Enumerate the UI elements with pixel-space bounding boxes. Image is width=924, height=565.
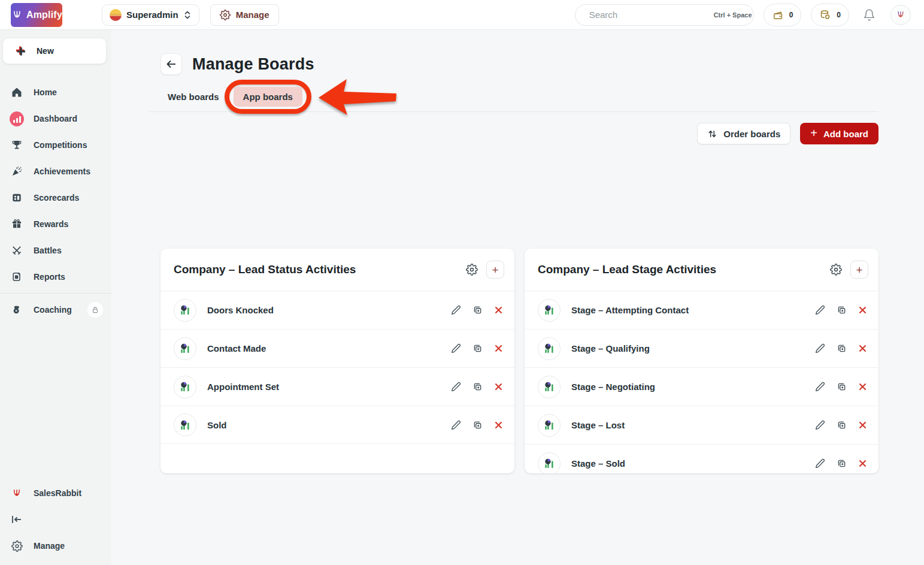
delete-x-icon [494, 344, 503, 353]
duplicate-icon [837, 420, 847, 430]
delete-button[interactable] [493, 381, 504, 392]
duplicate-icon [837, 458, 847, 469]
sidebar-item-battles[interactable]: Battles [0, 237, 111, 264]
dashboard-chart-icon [10, 111, 24, 126]
report-doc-icon [10, 271, 24, 283]
gift-icon [10, 218, 24, 230]
delete-button[interactable] [493, 343, 504, 354]
wallet-balance[interactable]: 0 [764, 4, 802, 26]
edit-button[interactable] [814, 342, 826, 355]
pencil-icon [815, 420, 825, 430]
edit-button[interactable] [814, 457, 826, 470]
edit-button[interactable] [814, 419, 826, 431]
tab-app-boards[interactable]: App boards [234, 87, 302, 107]
search-shortcut-hint: Ctrl + Space [714, 11, 752, 19]
leaderboard-chart-icon [538, 337, 561, 360]
add-board-button[interactable]: + Add board [800, 123, 878, 144]
delete-x-icon [858, 344, 867, 353]
new-button[interactable]: New [2, 38, 107, 64]
duplicate-button[interactable] [471, 419, 484, 431]
duplicate-button[interactable] [835, 304, 848, 316]
sidebar: New Home Dashboard Competiti [0, 30, 111, 565]
collapse-arrow-icon [10, 515, 24, 524]
gear-icon [220, 10, 231, 20]
boards-tabs: Web boards App boards [160, 86, 878, 107]
back-button[interactable] [160, 53, 182, 75]
duplicate-button[interactable] [835, 342, 848, 355]
delete-x-icon [494, 421, 503, 430]
edit-button[interactable] [450, 304, 462, 316]
manage-button[interactable]: Manage [210, 4, 279, 26]
leaderboard-chart-icon [174, 376, 196, 398]
search-input[interactable] [589, 10, 708, 20]
board-row: Sold [160, 406, 514, 444]
duplicate-button[interactable] [835, 457, 848, 470]
duplicate-button[interactable] [835, 419, 848, 431]
edit-button[interactable] [450, 342, 462, 355]
sidebar-item-coaching[interactable]: Coaching [0, 297, 111, 323]
delete-button[interactable] [493, 304, 504, 316]
order-boards-button[interactable]: Order boards [697, 123, 790, 144]
delete-button[interactable] [857, 343, 868, 354]
delete-x-icon [494, 382, 503, 391]
points-count: 0 [837, 11, 841, 19]
delete-button[interactable] [857, 381, 868, 392]
duplicate-button[interactable] [471, 304, 484, 316]
board-add-item-button[interactable]: + [850, 261, 868, 279]
duplicate-button[interactable] [471, 380, 484, 393]
home-icon [10, 86, 24, 98]
lock-icon [91, 306, 99, 314]
sidebar-footer: SalesRabbit Manage [0, 480, 111, 565]
sidebar-item-manage[interactable]: Manage [0, 533, 111, 559]
points-balance[interactable]: 0 [811, 4, 849, 26]
plus-icon: + [810, 127, 817, 139]
board-title: Company – Lead Stage Activities [538, 263, 826, 276]
delete-button[interactable] [857, 419, 868, 431]
delete-button[interactable] [857, 304, 868, 316]
notifications-button[interactable] [863, 8, 875, 22]
duplicate-button[interactable] [835, 380, 848, 393]
salesrabbit-brand[interactable]: SalesRabbit [0, 480, 111, 506]
pencil-icon [815, 343, 825, 353]
bell-icon [863, 8, 875, 22]
board-card-lead-stage: Company – Lead Stage Activities + Stage … [525, 249, 878, 473]
account-switcher[interactable]: Superadmin [102, 4, 199, 26]
board-add-item-button[interactable]: + [486, 261, 504, 279]
sidebar-item-scorecards[interactable]: Scorecards [0, 185, 111, 211]
sidebar-item-reports[interactable]: Reports [0, 264, 111, 290]
gear-icon [10, 540, 24, 552]
sidebar-item-competitions[interactable]: Competitions [0, 132, 111, 158]
edit-button[interactable] [814, 380, 826, 393]
sidebar-item-achievements[interactable]: Achievements [0, 158, 111, 185]
search-bar[interactable]: Ctrl + Space [575, 4, 754, 26]
board-row: Contact Made [160, 329, 514, 367]
pencil-icon [815, 305, 825, 315]
amplify-logo[interactable]: Amplify [11, 3, 62, 27]
board-settings-button[interactable] [826, 259, 846, 280]
sidebar-item-dashboard[interactable]: Dashboard [0, 105, 111, 132]
delete-button[interactable] [857, 458, 868, 469]
delete-x-icon [494, 306, 503, 315]
user-avatar[interactable] [890, 5, 911, 25]
collapse-sidebar-button[interactable] [0, 506, 111, 533]
tab-web-boards[interactable]: Web boards [168, 92, 219, 102]
duplicate-button[interactable] [471, 342, 484, 355]
chevron-up-down-icon [183, 10, 192, 20]
leaderboard-chart-icon [174, 299, 196, 322]
sidebar-item-home[interactable]: Home [0, 79, 111, 105]
pencil-icon [451, 382, 461, 392]
edit-button[interactable] [450, 419, 462, 431]
pencil-icon [815, 382, 825, 392]
leaderboard-chart-icon [538, 376, 561, 398]
board-title: Company – Lead Status Activities [174, 263, 462, 276]
wallet-icon [772, 9, 784, 21]
sidebar-item-rewards[interactable]: Rewards [0, 211, 111, 237]
delete-button[interactable] [493, 419, 504, 431]
edit-button[interactable] [814, 304, 826, 316]
delete-x-icon [858, 421, 867, 430]
salesrabbit-logo-icon [10, 489, 24, 497]
crossed-swords-icon [10, 244, 24, 256]
board-settings-button[interactable] [462, 259, 482, 280]
duplicate-icon [837, 343, 847, 353]
edit-button[interactable] [450, 380, 462, 393]
